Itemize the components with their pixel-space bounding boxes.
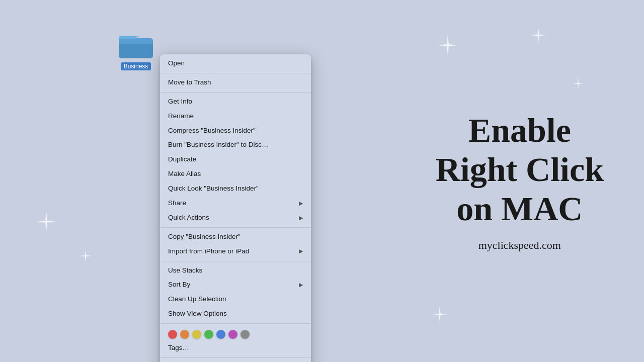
import-arrow-icon: ▶ xyxy=(299,247,303,255)
menu-item-move-to-trash[interactable]: Move to Trash xyxy=(160,75,311,90)
context-menu: Open Move to Trash Get Info Rename Compr… xyxy=(160,54,311,362)
menu-section-info: Get Info Rename Compress "Business Insid… xyxy=(160,92,311,227)
tag-green[interactable] xyxy=(204,330,213,339)
menu-section-trash: Move to Trash xyxy=(160,73,311,92)
svg-marker-5 xyxy=(432,306,448,322)
menu-section-folder-actions: Folder Actions Setup… Open File in TextW… xyxy=(160,357,311,362)
svg-marker-3 xyxy=(36,212,56,232)
menu-item-make-alias[interactable]: Make Alias xyxy=(160,167,311,182)
menu-item-rename[interactable]: Rename xyxy=(160,109,311,124)
menu-item-duplicate[interactable]: Duplicate xyxy=(160,152,311,167)
svg-marker-1 xyxy=(531,28,546,43)
menu-item-tags[interactable]: Tags… xyxy=(160,341,311,355)
tag-red[interactable] xyxy=(168,330,177,339)
main-title: Enable Right Click on MAC xyxy=(436,111,604,229)
menu-item-folder-actions[interactable]: Folder Actions Setup… xyxy=(160,360,311,362)
folder-icon xyxy=(118,30,154,60)
sparkle-decoration-3 xyxy=(573,78,584,91)
tags-color-row xyxy=(160,326,311,341)
folder-item[interactable]: Business xyxy=(116,30,156,70)
menu-section-stacks: Use Stacks Sort By ▶ Clean Up Selection … xyxy=(160,261,311,324)
menu-item-open[interactable]: Open xyxy=(160,56,311,71)
menu-item-show-view-options[interactable]: Show View Options xyxy=(160,307,311,321)
menu-item-quick-look[interactable]: Quick Look "Business Insider" xyxy=(160,182,311,196)
website-label: myclickspeed.com xyxy=(436,238,604,251)
svg-marker-0 xyxy=(438,35,458,55)
sparkle-decoration-1 xyxy=(438,35,458,57)
folder-label: Business xyxy=(121,62,151,70)
share-arrow-icon: ▶ xyxy=(299,200,303,207)
svg-marker-4 xyxy=(79,250,92,262)
menu-section-tags: Tags… xyxy=(160,323,311,357)
menu-item-sort-by[interactable]: Sort By ▶ xyxy=(160,278,311,292)
menu-item-clean-up[interactable]: Clean Up Selection xyxy=(160,292,311,307)
tag-purple[interactable] xyxy=(228,330,237,339)
quick-actions-arrow-icon: ▶ xyxy=(299,214,303,222)
tag-blue[interactable] xyxy=(216,330,225,339)
sparkle-decoration-2 xyxy=(531,28,546,45)
menu-item-import-iphone[interactable]: Import from iPhone or iPad ▶ xyxy=(160,244,311,259)
menu-item-share[interactable]: Share ▶ xyxy=(160,196,311,211)
desktop: Business Open Move to Trash Get Info Ren… xyxy=(0,0,644,362)
sparkle-decoration-5 xyxy=(79,250,92,264)
sparkle-decoration-4 xyxy=(36,212,56,234)
menu-item-burn[interactable]: Burn "Business Insider" to Disc… xyxy=(160,138,311,152)
menu-item-copy[interactable]: Copy "Business Insider" xyxy=(160,230,311,244)
right-panel: Enable Right Click on MAC myclickspeed.c… xyxy=(436,111,604,252)
svg-marker-2 xyxy=(573,78,584,89)
menu-item-compress[interactable]: Compress "Business Insider" xyxy=(160,124,311,138)
tag-orange[interactable] xyxy=(180,330,189,339)
tag-gray[interactable] xyxy=(240,330,250,339)
menu-item-use-stacks[interactable]: Use Stacks xyxy=(160,263,311,278)
menu-item-quick-actions[interactable]: Quick Actions ▶ xyxy=(160,211,311,225)
sort-arrow-icon: ▶ xyxy=(299,281,303,289)
menu-item-get-info[interactable]: Get Info xyxy=(160,95,311,109)
sparkle-decoration-6 xyxy=(432,306,448,324)
tag-yellow[interactable] xyxy=(192,330,201,339)
menu-section-copy: Copy "Business Insider" Import from iPho… xyxy=(160,227,311,261)
menu-section-open: Open xyxy=(160,54,311,73)
